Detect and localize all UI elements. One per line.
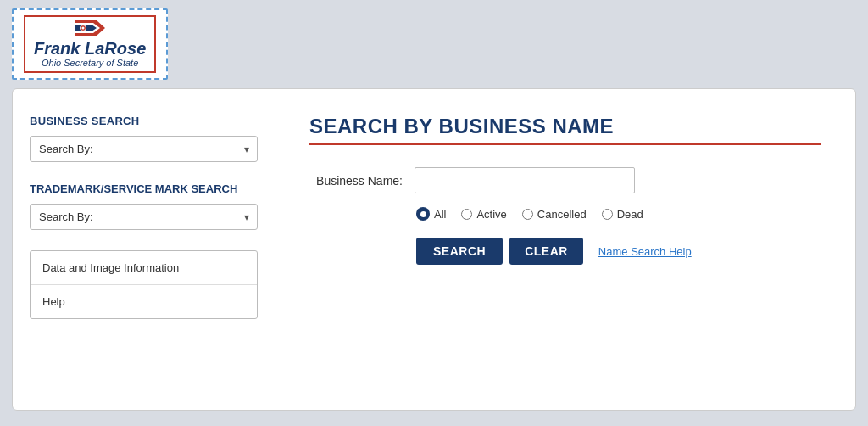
business-search-dropdown[interactable]: Search By: [30,136,258,162]
radio-item-dead[interactable]: Dead [602,208,643,221]
business-name-label: Business Name: [309,174,403,188]
radio-group: All Active Cancelled Dead [416,207,821,221]
svg-point-4 [82,27,85,30]
radio-label-cancelled: Cancelled [537,208,587,221]
business-search-dropdown-wrapper[interactable]: Search By: ▾ [30,136,258,162]
radio-item-active[interactable]: Active [461,208,506,221]
header: Frank LaRose Ohio Secretary of State [0,0,868,88]
sidebar-item-help[interactable]: Help [31,285,257,318]
logo-box: Frank LaRose Ohio Secretary of State [12,8,168,80]
content-area: SEARCH BY BUSINESS NAME Business Name: A… [275,89,855,410]
radio-all-icon[interactable] [416,207,430,221]
page-title: SEARCH BY BUSINESS NAME [309,115,821,138]
logo-name: Frank LaRose [34,39,146,58]
radio-label-all: All [434,208,446,221]
radio-item-all[interactable]: All [416,207,446,221]
sidebar-links: Data and Image Information Help [30,250,258,319]
radio-active[interactable] [461,209,472,220]
search-button[interactable]: SEARCH [416,238,503,265]
trademark-search-dropdown-wrapper[interactable]: Search By: ▾ [30,204,258,230]
radio-label-active: Active [476,208,506,221]
business-search-title: BUSINESS SEARCH [30,115,258,127]
trademark-search-title: TRADEMARK/SERVICE MARK SEARCH [30,182,258,195]
logo-flag-icon [75,20,105,37]
trademark-search-dropdown[interactable]: Search By: [30,204,258,230]
radio-dead[interactable] [602,209,613,220]
radio-label-dead: Dead [617,208,643,221]
main-container: BUSINESS SEARCH Search By: ▾ TRADEMARK/S… [12,88,856,411]
business-name-input[interactable] [415,167,635,193]
button-row: SEARCH CLEAR Name Search Help [416,238,821,265]
logo-subtitle: Ohio Secretary of State [42,58,138,68]
logo-inner: Frank LaRose Ohio Secretary of State [24,15,156,73]
radio-item-cancelled[interactable]: Cancelled [522,208,587,221]
clear-button[interactable]: CLEAR [509,238,583,265]
business-name-row: Business Name: [309,167,821,193]
radio-cancelled[interactable] [522,209,533,220]
title-divider [309,143,821,145]
sidebar-item-data-image[interactable]: Data and Image Information [31,251,257,285]
name-search-help-link[interactable]: Name Search Help [598,245,692,258]
radio-all-dot [420,211,426,217]
sidebar: BUSINESS SEARCH Search By: ▾ TRADEMARK/S… [13,89,275,410]
